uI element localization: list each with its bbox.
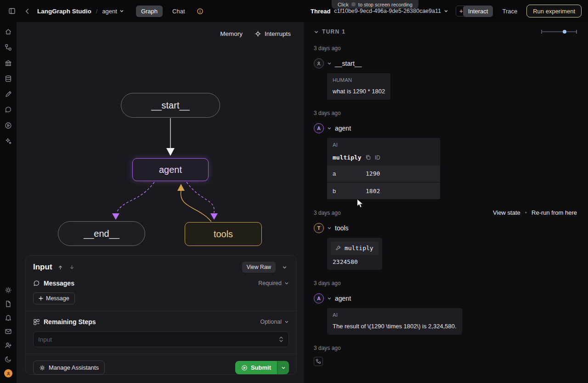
chevron-down-icon: [119, 9, 124, 13]
agent-avatar: A: [314, 293, 324, 303]
submit-button[interactable]: Submit: [235, 361, 277, 374]
thread-id-value: c1f10be9-9ecd-496a-9de5-26380cae9a11: [334, 8, 441, 14]
message-card-human[interactable]: HUMAN what is 1290 * 1802: [327, 73, 390, 100]
thread-id-dropdown[interactable]: c1f10be9-9ecd-496a-9de5-26380cae9a11: [334, 8, 448, 14]
graph-node-agent[interactable]: agent: [132, 158, 209, 181]
required-label: Required: [258, 280, 282, 286]
interrupts-button[interactable]: Interrupts: [254, 30, 291, 37]
rail-top-group: [5, 28, 12, 145]
timestamp: 3 days ago: [314, 280, 577, 286]
playground-icon[interactable]: [5, 122, 12, 129]
run-experiment-button[interactable]: Run experiment: [526, 5, 582, 17]
chevron-down-icon: [327, 226, 332, 230]
new-thread-button[interactable]: +: [456, 6, 467, 17]
submit-options-chevron[interactable]: [277, 361, 289, 374]
tool-arg-row: b 1802: [327, 183, 440, 199]
rerun-from-here-button[interactable]: Re-run from here: [531, 209, 577, 216]
docs-icon[interactable]: [5, 300, 12, 308]
messages-icon: [33, 280, 40, 287]
graph-selector[interactable]: agent: [102, 8, 124, 15]
messages-required-dropdown[interactable]: Required: [258, 280, 289, 286]
collapsed-entry-button[interactable]: [314, 357, 323, 366]
arg-value: 1802: [366, 188, 380, 194]
role-label: AI: [327, 308, 462, 320]
chevron-down-icon: [327, 296, 332, 301]
chevron-down-icon: [284, 281, 289, 286]
message-text: The result of \(1290 \times 1802\) is 2,…: [327, 320, 462, 335]
slider-thumb[interactable]: [563, 30, 566, 34]
memory-label: Memory: [220, 30, 243, 37]
view-raw-button[interactable]: View Raw: [242, 262, 276, 273]
input-panel-title: Input: [33, 263, 52, 272]
chevron-down-icon: [444, 9, 448, 13]
notifications-bell-icon[interactable]: [5, 314, 12, 321]
alert-circle-icon[interactable]: [195, 6, 205, 17]
submit-split-button: Submit: [235, 361, 289, 374]
manage-assistants-button[interactable]: Manage Assistants: [33, 360, 105, 375]
entry-title: __start__: [335, 60, 362, 67]
message-card-tool-result[interactable]: multiply 2324580: [327, 238, 382, 270]
play-circle-icon: [241, 365, 248, 371]
wrench-icon: [335, 245, 341, 251]
add-message-button[interactable]: Message: [33, 292, 75, 304]
view-state-button[interactable]: View state: [493, 209, 520, 216]
invite-user-icon[interactable]: [5, 342, 12, 349]
memory-button[interactable]: Memory: [220, 30, 243, 37]
interact-button[interactable]: Interact: [463, 6, 493, 17]
turn-collapse-chevron-icon[interactable]: [314, 29, 319, 34]
back-arrow-icon[interactable]: [22, 6, 33, 17]
slider-track[interactable]: [541, 31, 577, 32]
timestamp: 3 days ago: [314, 110, 577, 116]
entry-title: tools: [335, 224, 349, 232]
entry-header-agent-final[interactable]: A agent: [314, 293, 577, 303]
actions-separator: •: [525, 210, 527, 216]
graph-panel: Memory Interrupts __start__ agent __end_…: [17, 22, 304, 383]
topbar-right-group: Interact Trace Run experiment: [463, 5, 582, 17]
graph-node-start[interactable]: __start__: [121, 93, 220, 118]
tab-graph[interactable]: Graph: [136, 6, 163, 17]
role-label: AI: [327, 138, 440, 149]
input-panel: Input View Raw Messages: [25, 255, 297, 375]
role-label: HUMAN: [327, 73, 390, 85]
tooltip-text-suffix: to stop screen recording: [358, 2, 413, 7]
tool-arg-row: a 1290: [327, 166, 440, 182]
remaining-steps-optional-dropdown[interactable]: Optional: [260, 319, 289, 325]
entry-header-tools[interactable]: T tools: [314, 223, 577, 233]
arg-value: 1290: [366, 170, 380, 177]
graph-node-end[interactable]: __end__: [58, 221, 145, 246]
copy-icon[interactable]: [365, 154, 371, 160]
comments-icon[interactable]: [5, 106, 12, 114]
tools-avatar: T: [314, 223, 324, 233]
sparkle-icon[interactable]: [5, 137, 12, 145]
history-slider[interactable]: [541, 29, 577, 34]
remaining-steps-input[interactable]: [38, 336, 278, 343]
trace-button[interactable]: Trace: [498, 6, 522, 17]
message-card-ai-toolcall[interactable]: AI multiply ID a 1290 b 1802: [327, 138, 440, 199]
theme-moon-icon[interactable]: [5, 355, 12, 363]
collapse-down-icon[interactable]: [68, 264, 75, 271]
settings-gear-icon[interactable]: [5, 286, 12, 294]
timestamp-actions-row: 3 days ago View state • Re-run from here: [314, 209, 577, 216]
entry-header-agent[interactable]: A agent: [314, 123, 577, 133]
annotation-icon[interactable]: [5, 91, 12, 98]
collapse-up-icon[interactable]: [57, 264, 64, 271]
entry-header-start[interactable]: __start__: [314, 58, 577, 69]
entry-title: agent: [335, 125, 351, 132]
graph-node-tools[interactable]: tools: [185, 222, 262, 246]
sidebar-toggle-icon[interactable]: [6, 6, 17, 17]
app-title: LangGraph Studio: [37, 8, 91, 15]
user-avatar[interactable]: [4, 369, 12, 377]
organization-icon[interactable]: [5, 59, 12, 67]
message-card-ai-final[interactable]: AI The result of \(1290 \times 1802\) is…: [327, 308, 462, 335]
tab-chat[interactable]: Chat: [167, 6, 190, 17]
number-stepper-icon[interactable]: [278, 336, 284, 343]
remaining-steps-input-wrap: [33, 332, 289, 347]
breadcrumb-separator: /: [96, 8, 98, 15]
input-collapse-chevron-icon[interactable]: [280, 263, 289, 272]
datasets-icon[interactable]: [5, 75, 12, 82]
workflow-icon[interactable]: [5, 44, 12, 51]
add-message-label: Message: [46, 295, 69, 302]
home-icon[interactable]: [5, 28, 12, 35]
agent-avatar: A: [314, 123, 324, 133]
mail-icon[interactable]: [5, 328, 12, 335]
